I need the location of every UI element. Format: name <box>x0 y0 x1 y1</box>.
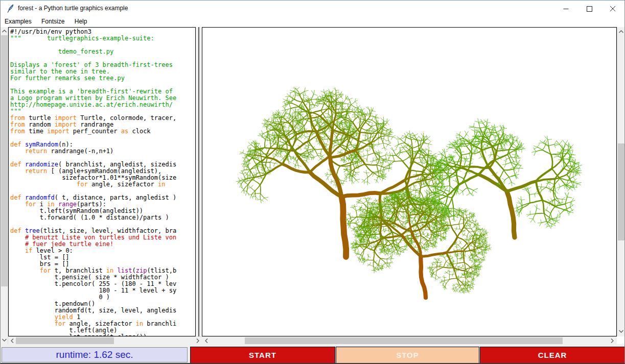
pane-sash[interactable] <box>196 27 202 336</box>
scroll-down-arrow[interactable] <box>617 328 625 334</box>
chevron-right-icon <box>611 338 614 343</box>
scroll-right-arrow[interactable] <box>609 337 615 345</box>
scroll-up-arrow[interactable] <box>1 28 8 34</box>
menu-examples[interactable]: Examples <box>1 17 36 27</box>
canvas-vscroll-thumb[interactable] <box>618 143 625 240</box>
bottom-bar: runtime: 1.62 sec. START STOP CLEAR <box>1 347 624 363</box>
runtime-label: runtime: 1.62 sec. <box>56 349 133 360</box>
menu-bar: Examples Fontsize Help <box>1 17 624 27</box>
code-line: tdemo_forest.py <box>10 48 176 55</box>
code-line: from time import perf_counter as clock <box>10 128 176 135</box>
clear-button[interactable]: CLEAR <box>480 347 625 363</box>
turtle-graphics-canvas[interactable] <box>202 28 616 336</box>
chevron-left-icon <box>11 338 14 343</box>
scroll-left-arrow[interactable] <box>9 337 15 345</box>
chevron-down-icon <box>619 330 623 333</box>
code-text: #!/usr/bin/env python3""" turtlegraphics… <box>10 29 176 336</box>
code-line: for angle, sizefactor in <box>10 181 176 188</box>
code-line: """ turtlegraphics-example-suite: <box>10 35 176 42</box>
code-line: http://homepage.univie.ac.at/erich.neuwi… <box>10 102 176 108</box>
maximize-icon <box>587 6 592 12</box>
code-line: t.forward( (1.0 * distance)/parts ) <box>10 214 176 221</box>
code-line: return randrange(-n,n+1) <box>10 148 176 155</box>
scroll-right-arrow[interactable] <box>195 337 201 345</box>
title-bar: forest - a Python turtle graphics exampl… <box>1 1 624 17</box>
turtle-canvas-pane[interactable] <box>202 27 617 336</box>
close-icon <box>610 6 616 12</box>
chevron-right-icon <box>196 338 199 343</box>
menu-help[interactable]: Help <box>71 17 91 27</box>
chevron-up-icon <box>2 30 7 33</box>
canvas-vertical-scrollbar[interactable] <box>617 27 625 336</box>
scroll-left-arrow[interactable] <box>203 337 210 345</box>
canvas-horizontal-scrollbar[interactable] <box>202 336 617 344</box>
close-button[interactable] <box>601 1 624 17</box>
code-pane[interactable]: #!/usr/bin/env python3""" turtlegraphics… <box>8 27 196 336</box>
chevron-down-icon <box>2 338 7 342</box>
stop-button[interactable]: STOP <box>336 347 479 363</box>
minimize-icon <box>563 6 569 12</box>
scroll-down-arrow[interactable] <box>1 337 8 343</box>
code-hscroll-thumb[interactable] <box>16 337 114 344</box>
code-line: For further remarks see tree.py <box>10 75 176 82</box>
menu-fontsize[interactable]: Fontsize <box>37 17 68 27</box>
maximize-button[interactable] <box>577 1 601 17</box>
code-vertical-scrollbar[interactable] <box>1 27 8 344</box>
code-vscroll-thumb[interactable] <box>1 35 8 286</box>
start-button[interactable]: START <box>190 347 335 363</box>
window-title: forest - a Python turtle graphics exampl… <box>18 5 128 12</box>
canvas-hscroll-thumb[interactable] <box>245 337 563 344</box>
chevron-up-icon <box>619 30 623 33</box>
feather-icon <box>6 4 15 13</box>
scroll-up-arrow[interactable] <box>617 29 625 35</box>
code-horizontal-scrollbar[interactable] <box>8 336 202 344</box>
chevron-left-icon <box>205 338 208 343</box>
minimize-button[interactable] <box>554 1 577 17</box>
app-window: forest - a Python turtle graphics exampl… <box>0 0 625 364</box>
runtime-status: runtime: 1.62 sec. <box>2 347 188 362</box>
